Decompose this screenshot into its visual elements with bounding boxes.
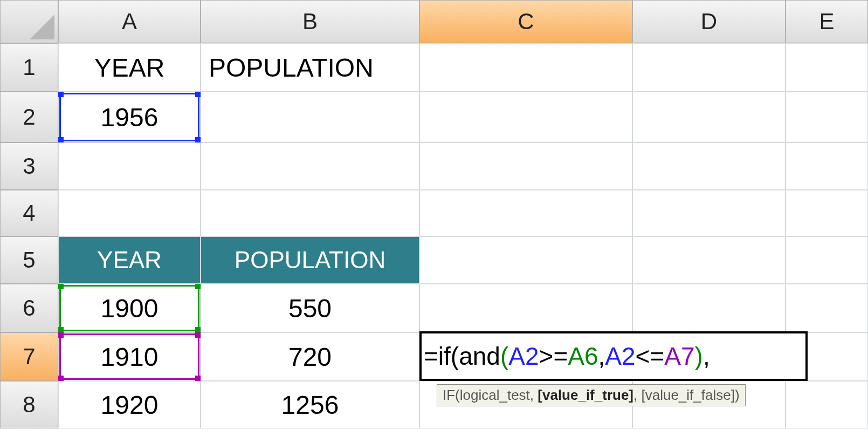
formula-tail-comma: , — [703, 342, 710, 371]
cell-B8[interactable]: 1256 — [201, 381, 419, 428]
cell-D6[interactable] — [632, 284, 786, 332]
formula-ref-A2-a: A2 — [508, 342, 539, 371]
tooltip-c1: , — [530, 387, 538, 403]
formula-sep1: , — [598, 342, 605, 371]
cell-B6[interactable]: 550 — [201, 284, 419, 332]
svg-marker-0 — [30, 15, 54, 39]
cell-A8[interactable]: 1920 — [58, 381, 201, 428]
cell-B2[interactable] — [201, 92, 419, 142]
cell-D3[interactable] — [632, 142, 786, 190]
row-header-4[interactable]: 4 — [0, 190, 58, 236]
cell-E4[interactable] — [786, 190, 868, 236]
row-header-3[interactable]: 3 — [0, 142, 58, 190]
col-header-A[interactable]: A — [58, 0, 201, 43]
cell-E3[interactable] — [786, 142, 868, 190]
function-tooltip[interactable]: IF(logical_test, [value_if_true], [value… — [437, 384, 746, 406]
cell-A3[interactable] — [58, 142, 201, 190]
row-header-8[interactable]: 8 — [0, 381, 58, 428]
tooltip-arg2[interactable]: [value_if_true] — [538, 387, 633, 403]
formula-op-lte: <= — [636, 342, 665, 371]
formula-text-prefix: =if(and — [424, 342, 500, 371]
cell-C2[interactable] — [419, 92, 632, 142]
cell-B4[interactable] — [201, 190, 419, 236]
row-header-2[interactable]: 2 — [0, 92, 58, 142]
cell-B7[interactable]: 720 — [201, 332, 419, 381]
cell-E8[interactable] — [786, 381, 868, 428]
cell-D5[interactable] — [632, 236, 786, 284]
cell-A6[interactable]: 1900 — [58, 284, 201, 332]
tooltip-c2: , — [633, 387, 641, 403]
formula-ref-A6: A6 — [568, 342, 598, 371]
cell-D4[interactable] — [632, 190, 786, 236]
row-header-7[interactable]: 7 — [0, 332, 58, 381]
formula-edit-cell[interactable]: =if(and ( A2 >= A6 , A2 <= A7 ) , — [419, 331, 808, 381]
tooltip-arg3[interactable]: [value_if_false] — [641, 387, 734, 403]
cell-E6[interactable] — [786, 284, 868, 332]
cell-D1[interactable] — [632, 43, 786, 92]
cell-B5[interactable]: POPULATION — [201, 236, 419, 284]
row-header-1[interactable]: 1 — [0, 43, 58, 92]
row-header-5[interactable]: 5 — [0, 236, 58, 284]
tooltip-arg1[interactable]: logical_test — [460, 387, 530, 403]
formula-ref-A2-b: A2 — [605, 342, 635, 371]
tooltip-fn: IF( — [443, 387, 460, 403]
formula-op-gte: >= — [539, 342, 568, 371]
cell-A4[interactable] — [58, 190, 201, 236]
cell-A1[interactable]: YEAR — [58, 43, 201, 92]
col-header-B[interactable]: B — [201, 0, 419, 43]
cell-A7[interactable]: 1910 — [58, 332, 201, 381]
cell-B3[interactable] — [201, 142, 419, 190]
row-header-6[interactable]: 6 — [0, 284, 58, 332]
cell-E5[interactable] — [786, 236, 868, 284]
cell-C6[interactable] — [419, 284, 632, 332]
tooltip-close: ) — [735, 387, 740, 403]
cell-B1[interactable]: POPULATION — [201, 43, 419, 92]
cell-E2[interactable] — [786, 92, 868, 142]
formula-text-paren-close: ) — [695, 342, 703, 371]
col-header-C[interactable]: C — [419, 0, 632, 43]
cell-A5[interactable]: YEAR — [58, 236, 201, 284]
col-header-E[interactable]: E — [786, 0, 868, 43]
formula-text-paren-open: ( — [500, 342, 508, 371]
col-header-D[interactable]: D — [632, 0, 786, 43]
select-all-corner[interactable] — [0, 0, 58, 43]
cell-C4[interactable] — [419, 190, 632, 236]
cell-E1[interactable] — [786, 43, 868, 92]
formula-ref-A7: A7 — [664, 342, 694, 371]
cell-C1[interactable] — [419, 43, 632, 92]
cell-D2[interactable] — [632, 92, 786, 142]
cell-A2[interactable]: 1956 — [58, 92, 201, 142]
cell-C3[interactable] — [419, 142, 632, 190]
cell-C5[interactable] — [419, 236, 632, 284]
